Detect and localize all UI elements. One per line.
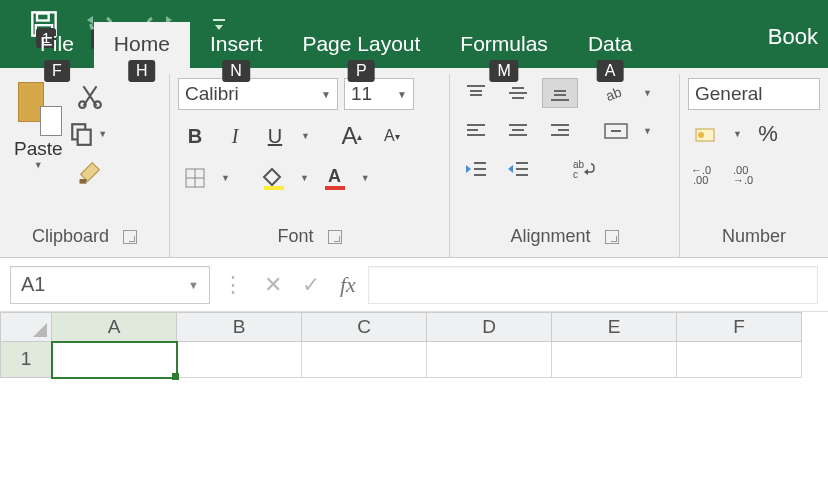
svg-text:ab: ab — [604, 84, 624, 104]
cell-D1[interactable] — [427, 342, 552, 378]
paste-dropdown-icon[interactable]: ▼ — [14, 160, 63, 170]
tab-layout-label: Page Layout — [302, 32, 420, 55]
svg-text:.00: .00 — [693, 174, 708, 186]
tab-file-label: File — [40, 32, 74, 55]
svg-rect-7 — [78, 130, 91, 145]
cell-E1[interactable] — [552, 342, 677, 378]
font-group-label: Font — [277, 226, 313, 247]
font-size-select[interactable]: 11▼ — [344, 78, 414, 110]
select-all-corner[interactable] — [0, 312, 52, 342]
tab-home-label: Home — [114, 32, 170, 55]
enter-icon[interactable]: ✓ — [302, 272, 320, 298]
name-box-value: A1 — [21, 273, 45, 296]
font-color-dropdown[interactable]: ▼ — [358, 173, 373, 183]
ribbon-tabs: File F Home H Insert N Page Layout P For… — [20, 22, 828, 68]
clipboard-group-label: Clipboard — [32, 226, 109, 247]
underline-dropdown[interactable]: ▼ — [298, 131, 313, 141]
keytip-home: H — [128, 60, 156, 82]
orientation-dropdown[interactable]: ▼ — [640, 88, 655, 98]
svg-point-4 — [79, 101, 86, 108]
align-left-button[interactable] — [458, 116, 494, 146]
group-number: General ▼ % ←.0.00 .00→.0 Number — [680, 74, 828, 257]
tab-formulas[interactable]: Formulas M — [440, 22, 568, 68]
align-middle-button[interactable] — [500, 78, 536, 108]
decrease-indent-button[interactable] — [458, 154, 494, 184]
col-header-C[interactable]: C — [302, 312, 427, 342]
align-right-button[interactable] — [542, 116, 578, 146]
font-family-select[interactable]: Calibri▼ — [178, 78, 338, 110]
accounting-dropdown[interactable]: ▼ — [730, 129, 745, 139]
increase-indent-button[interactable] — [500, 154, 536, 184]
copy-button[interactable]: ▼ — [75, 120, 105, 148]
name-box[interactable]: A1 ▼ — [10, 266, 210, 304]
clipboard-dialog-launcher[interactable] — [123, 230, 137, 244]
cell-C1[interactable] — [302, 342, 427, 378]
font-dialog-launcher[interactable] — [328, 230, 342, 244]
wrap-text-button[interactable]: abc — [566, 154, 602, 184]
col-header-A[interactable]: A — [52, 312, 177, 342]
col-header-F[interactable]: F — [677, 312, 802, 342]
accounting-format-button[interactable] — [688, 119, 724, 149]
tab-home[interactable]: Home H — [94, 22, 190, 68]
group-alignment: ab ▼ ▼ abc Alignment — [450, 74, 680, 257]
borders-dropdown[interactable]: ▼ — [218, 173, 233, 183]
italic-button[interactable]: I — [218, 120, 252, 152]
orientation-button[interactable]: ab — [598, 78, 634, 108]
keytip-file: F — [44, 60, 70, 82]
cell-F1[interactable] — [677, 342, 802, 378]
col-header-E[interactable]: E — [552, 312, 677, 342]
grow-font-button[interactable]: A▴ — [335, 120, 369, 152]
format-painter-button[interactable] — [75, 158, 105, 186]
tab-insert[interactable]: Insert N — [190, 22, 283, 68]
font-size-value: 11 — [351, 83, 372, 105]
svg-rect-14 — [325, 186, 345, 190]
merge-dropdown[interactable]: ▼ — [640, 126, 655, 136]
svg-text:→.0: →.0 — [733, 174, 753, 186]
font-color-button[interactable]: A — [318, 162, 352, 194]
merge-center-button[interactable] — [598, 116, 634, 146]
alignment-dialog-launcher[interactable] — [605, 230, 619, 244]
number-group-label: Number — [722, 226, 786, 247]
underline-button[interactable]: U — [258, 120, 292, 152]
group-clipboard: Paste ▼ ▼ Clipboard — [0, 74, 170, 257]
svg-point-45 — [698, 132, 704, 138]
borders-button[interactable] — [178, 162, 212, 194]
cut-button[interactable] — [75, 82, 105, 110]
increase-decimal-button[interactable]: ←.0.00 — [688, 158, 724, 188]
cancel-icon[interactable]: ✕ — [264, 272, 282, 298]
svg-rect-12 — [264, 186, 284, 190]
fill-color-button[interactable] — [257, 162, 291, 194]
formula-input[interactable] — [368, 266, 818, 304]
spreadsheet-grid: A B C D E F 1 — [0, 312, 828, 378]
bold-button[interactable]: B — [178, 120, 212, 152]
tab-data[interactable]: Data A — [568, 22, 652, 68]
tab-insert-label: Insert — [210, 32, 263, 55]
cell-B1[interactable] — [177, 342, 302, 378]
paste-button[interactable]: Paste ▼ — [8, 78, 69, 186]
col-header-D[interactable]: D — [427, 312, 552, 342]
align-bottom-button[interactable] — [542, 78, 578, 108]
formula-bar: A1 ▼ ⋮ ✕ ✓ fx — [0, 258, 828, 312]
keytip-layout: P — [348, 60, 375, 82]
number-format-select[interactable]: General — [688, 78, 820, 110]
title-bar: 1 2 3 Book File F Home H Insert N Page L… — [0, 0, 828, 68]
fx-icon[interactable]: fx — [340, 272, 356, 298]
tab-file[interactable]: File F — [20, 22, 94, 68]
svg-rect-8 — [79, 179, 86, 184]
tab-data-label: Data — [588, 32, 632, 55]
paste-label: Paste — [14, 138, 63, 160]
decrease-decimal-button[interactable]: .00→.0 — [730, 158, 766, 188]
align-top-button[interactable] — [458, 78, 494, 108]
keytip-data: A — [597, 60, 624, 82]
align-center-button[interactable] — [500, 116, 536, 146]
row-header-1[interactable]: 1 — [0, 342, 52, 378]
col-header-B[interactable]: B — [177, 312, 302, 342]
tab-page-layout[interactable]: Page Layout P — [282, 22, 440, 68]
number-format-value: General — [695, 83, 763, 105]
percent-button[interactable]: % — [751, 118, 785, 150]
group-font: Calibri▼ 11▼ B I U ▼ A▴ A▾ ▼ — [170, 74, 450, 257]
shrink-font-button[interactable]: A▾ — [375, 120, 409, 152]
font-family-value: Calibri — [185, 83, 239, 105]
cell-A1[interactable] — [52, 342, 177, 378]
fill-color-dropdown[interactable]: ▼ — [297, 173, 312, 183]
